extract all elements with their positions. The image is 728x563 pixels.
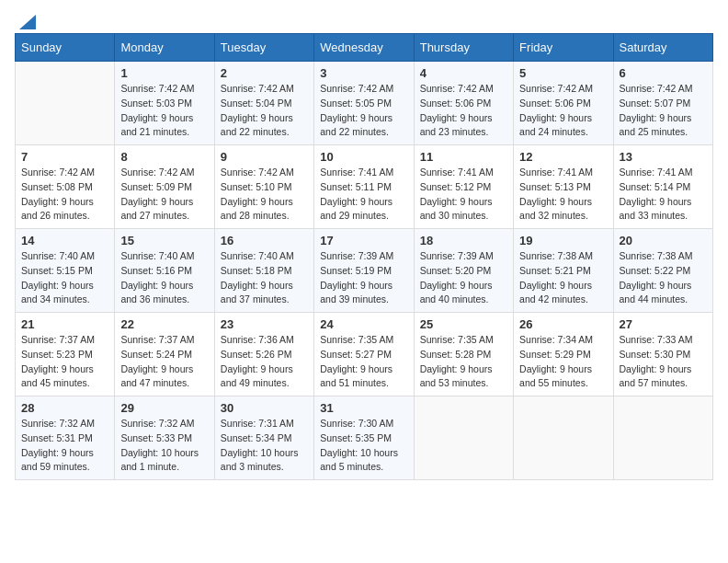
day-daylight: Daylight: 9 hours and 49 minutes. — [221, 363, 293, 389]
day-daylight: Daylight: 9 hours and 27 minutes. — [120, 196, 193, 222]
day-daylight: Daylight: 9 hours and 51 minutes. — [320, 363, 392, 389]
day-daylight: Daylight: 9 hours and 57 minutes. — [620, 363, 692, 389]
day-daylight: Daylight: 9 hours and 29 minutes. — [320, 196, 392, 222]
calendar-cell — [414, 396, 513, 480]
day-sunset: Sunset: 5:22 PM — [620, 265, 691, 276]
day-sunrise: Sunrise: 7:41 AM — [320, 167, 393, 178]
day-sunset: Sunset: 5:13 PM — [519, 181, 591, 192]
day-number: 24 — [320, 317, 407, 331]
calendar-cell: 25 Sunrise: 7:35 AM Sunset: 5:28 PM Dayl… — [414, 313, 513, 396]
day-number: 23 — [221, 317, 308, 331]
day-sunrise: Sunrise: 7:35 AM — [420, 334, 494, 345]
day-sunrise: Sunrise: 7:40 AM — [21, 250, 95, 261]
calendar-cell: 10 Sunrise: 7:41 AM Sunset: 5:11 PM Dayl… — [314, 145, 414, 229]
day-number: 21 — [21, 317, 108, 331]
day-sunrise: Sunrise: 7:39 AM — [320, 250, 393, 261]
day-sunset: Sunset: 5:12 PM — [420, 181, 492, 192]
header-monday: Monday — [115, 34, 214, 62]
day-daylight: Daylight: 9 hours and 23 minutes. — [420, 112, 493, 138]
header-friday: Friday — [514, 34, 613, 62]
day-sunrise: Sunrise: 7:42 AM — [221, 167, 294, 178]
calendar-cell: 11 Sunrise: 7:41 AM Sunset: 5:12 PM Dayl… — [414, 145, 513, 229]
calendar-week-5: 28 Sunrise: 7:32 AM Sunset: 5:31 PM Dayl… — [16, 396, 713, 480]
day-sunrise: Sunrise: 7:32 AM — [21, 418, 95, 429]
day-daylight: Daylight: 9 hours and 42 minutes. — [519, 280, 592, 305]
calendar-cell: 18 Sunrise: 7:39 AM Sunset: 5:20 PM Dayl… — [414, 229, 513, 313]
day-sunrise: Sunrise: 7:38 AM — [519, 250, 593, 261]
day-number: 31 — [320, 401, 407, 415]
day-daylight: Daylight: 9 hours and 39 minutes. — [320, 280, 392, 305]
day-sunrise: Sunrise: 7:40 AM — [221, 250, 294, 261]
day-sunrise: Sunrise: 7:37 AM — [120, 334, 194, 345]
day-sunset: Sunset: 5:06 PM — [519, 98, 591, 109]
day-sunset: Sunset: 5:10 PM — [221, 181, 292, 192]
calendar-week-2: 7 Sunrise: 7:42 AM Sunset: 5:08 PM Dayli… — [16, 145, 713, 229]
calendar-cell: 29 Sunrise: 7:32 AM Sunset: 5:33 PM Dayl… — [115, 396, 214, 480]
header-sunday: Sunday — [16, 34, 115, 62]
day-daylight: Daylight: 9 hours and 30 minutes. — [420, 196, 493, 222]
day-number: 20 — [620, 234, 707, 247]
day-sunset: Sunset: 5:34 PM — [221, 432, 292, 443]
day-daylight: Daylight: 10 hours and 1 minute. — [120, 447, 199, 473]
header-tuesday: Tuesday — [214, 34, 313, 62]
day-daylight: Daylight: 9 hours and 47 minutes. — [120, 363, 193, 389]
day-daylight: Daylight: 9 hours and 22 minutes. — [221, 112, 293, 138]
day-number: 4 — [420, 66, 507, 80]
calendar-header-row: SundayMondayTuesdayWednesdayThursdayFrid… — [16, 34, 713, 62]
calendar-cell: 20 Sunrise: 7:38 AM Sunset: 5:22 PM Dayl… — [613, 229, 712, 313]
day-sunset: Sunset: 5:31 PM — [21, 432, 93, 443]
day-sunset: Sunset: 5:07 PM — [620, 98, 691, 109]
day-sunset: Sunset: 5:19 PM — [320, 265, 392, 276]
day-number: 30 — [221, 401, 308, 415]
day-sunset: Sunset: 5:21 PM — [519, 265, 591, 276]
calendar-cell: 19 Sunrise: 7:38 AM Sunset: 5:21 PM Dayl… — [514, 229, 613, 313]
calendar-cell: 27 Sunrise: 7:33 AM Sunset: 5:30 PM Dayl… — [613, 313, 712, 396]
day-number: 12 — [519, 150, 607, 164]
calendar-cell: 4 Sunrise: 7:42 AM Sunset: 5:06 PM Dayli… — [414, 62, 513, 145]
day-sunrise: Sunrise: 7:37 AM — [21, 334, 95, 345]
day-number: 6 — [620, 66, 707, 80]
header-wednesday: Wednesday — [314, 34, 414, 62]
day-daylight: Daylight: 10 hours and 5 minutes. — [320, 447, 398, 473]
day-sunrise: Sunrise: 7:40 AM — [120, 250, 194, 261]
calendar-cell: 15 Sunrise: 7:40 AM Sunset: 5:16 PM Dayl… — [115, 229, 214, 313]
day-number: 5 — [519, 66, 607, 80]
day-sunset: Sunset: 5:06 PM — [420, 98, 492, 109]
day-sunset: Sunset: 5:14 PM — [620, 181, 691, 192]
day-sunset: Sunset: 5:30 PM — [620, 349, 691, 360]
day-number: 29 — [120, 401, 208, 415]
day-sunset: Sunset: 5:33 PM — [120, 432, 192, 443]
day-sunrise: Sunrise: 7:38 AM — [620, 250, 693, 261]
day-sunrise: Sunrise: 7:42 AM — [420, 83, 494, 94]
calendar-week-3: 14 Sunrise: 7:40 AM Sunset: 5:15 PM Dayl… — [16, 229, 713, 313]
day-sunrise: Sunrise: 7:42 AM — [21, 167, 95, 178]
calendar-cell: 12 Sunrise: 7:41 AM Sunset: 5:13 PM Dayl… — [514, 145, 613, 229]
calendar-week-1: 1 Sunrise: 7:42 AM Sunset: 5:03 PM Dayli… — [16, 62, 713, 145]
day-sunset: Sunset: 5:23 PM — [21, 349, 93, 360]
day-daylight: Daylight: 9 hours and 59 minutes. — [21, 447, 94, 473]
calendar-cell: 28 Sunrise: 7:32 AM Sunset: 5:31 PM Dayl… — [16, 396, 115, 480]
calendar-cell: 3 Sunrise: 7:42 AM Sunset: 5:05 PM Dayli… — [314, 62, 414, 145]
day-sunset: Sunset: 5:24 PM — [120, 349, 192, 360]
calendar-cell: 23 Sunrise: 7:36 AM Sunset: 5:26 PM Dayl… — [214, 313, 313, 396]
day-number: 18 — [420, 234, 507, 247]
day-sunset: Sunset: 5:16 PM — [120, 265, 192, 276]
day-number: 15 — [120, 234, 208, 247]
day-number: 1 — [120, 66, 208, 80]
day-sunrise: Sunrise: 7:41 AM — [420, 167, 494, 178]
calendar-cell: 17 Sunrise: 7:39 AM Sunset: 5:19 PM Dayl… — [314, 229, 414, 313]
calendar-cell — [613, 396, 712, 480]
day-sunrise: Sunrise: 7:42 AM — [620, 83, 693, 94]
day-sunrise: Sunrise: 7:42 AM — [221, 83, 294, 94]
page-header — [15, 15, 713, 26]
day-sunset: Sunset: 5:20 PM — [420, 265, 492, 276]
day-number: 11 — [420, 150, 507, 164]
day-number: 17 — [320, 234, 407, 247]
day-sunset: Sunset: 5:09 PM — [120, 181, 192, 192]
day-number: 22 — [120, 317, 208, 331]
day-daylight: Daylight: 9 hours and 26 minutes. — [21, 196, 94, 222]
header-thursday: Thursday — [414, 34, 513, 62]
day-number: 8 — [120, 150, 208, 164]
calendar-week-4: 21 Sunrise: 7:37 AM Sunset: 5:23 PM Dayl… — [16, 313, 713, 396]
day-number: 26 — [519, 317, 607, 331]
